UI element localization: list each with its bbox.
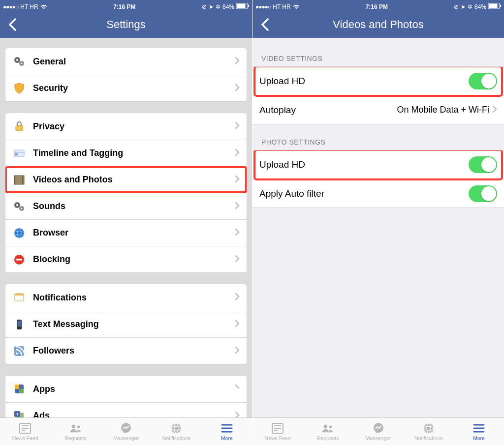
svg-rect-10 — [15, 153, 18, 155]
svg-point-4 — [16, 59, 18, 61]
svg-rect-58 — [500, 5, 501, 7]
svg-point-64 — [329, 425, 332, 428]
svg-rect-17 — [15, 182, 16, 183]
gears-icon — [12, 200, 26, 213]
svg-rect-7 — [16, 125, 23, 131]
row-label: General — [33, 57, 235, 67]
chevron-left-icon — [261, 18, 269, 31]
svg-rect-39 — [19, 389, 24, 393]
tab-bar: News Feed Requests Messenger Notificatio… — [252, 417, 504, 445]
back-button[interactable] — [258, 18, 271, 31]
photo-settings-group: Upload HD Apply Auto filter — [252, 150, 504, 208]
newsfeed-icon — [19, 422, 32, 434]
settings-row-general[interactable]: General — [5, 48, 247, 75]
tab-newsfeed[interactable]: News Feed — [252, 418, 303, 445]
chevron-right-icon — [235, 346, 240, 356]
svg-rect-16 — [15, 180, 16, 181]
row-label: Videos and Photos — [33, 175, 235, 185]
settings-row-ads[interactable]: f Ads — [5, 402, 247, 417]
settings-row-notifications[interactable]: Notifications — [5, 284, 247, 311]
svg-point-66 — [424, 423, 434, 433]
settings-row-videos-photos[interactable]: Videos and Photos — [5, 166, 247, 193]
ads-icon: f — [12, 409, 26, 418]
row-label: Upload HD — [259, 76, 469, 87]
settings-row-security[interactable]: Security — [5, 75, 247, 101]
tab-newsfeed[interactable]: News Feed — [0, 418, 50, 445]
tab-messenger[interactable]: Messenger — [353, 418, 403, 445]
svg-point-26 — [14, 228, 24, 238]
svg-rect-32 — [15, 294, 24, 296]
settings-row-apps[interactable]: Apps — [5, 376, 247, 402]
row-label: Upload HD — [259, 159, 469, 170]
row-label: Ads — [33, 411, 235, 417]
row-label: Browser — [33, 228, 235, 238]
autoplay-value: On Mobile Data + Wi-Fi — [397, 105, 489, 115]
signal-dots-icon: ●●●●○ — [3, 3, 18, 10]
gears-icon — [12, 55, 26, 68]
tab-messenger[interactable]: Messenger — [101, 418, 151, 445]
toggle-video-upload-hd[interactable] — [469, 73, 497, 89]
battery-icon — [488, 3, 501, 10]
newsfeed-icon — [271, 422, 284, 434]
statusbar: ●●●●○ HT HR 7:16 PM ⊘ ➤ ✲ 84% — [252, 0, 504, 11]
tab-label: News Feed — [265, 435, 291, 441]
nav-header: Settings — [0, 11, 252, 38]
section-header-video: VIDEO SETTINGS — [252, 38, 504, 66]
svg-rect-15 — [15, 178, 16, 179]
bluetooth-icon: ✲ — [468, 3, 472, 10]
svg-point-50 — [171, 423, 181, 433]
settings-list[interactable]: General Security Privacy Timeline and Ta… — [0, 38, 252, 417]
row-label: Text Messaging — [33, 319, 235, 329]
note-icon — [12, 291, 26, 304]
tab-requests[interactable]: Requests — [50, 418, 100, 445]
tab-more[interactable]: More — [202, 418, 252, 445]
toggle-photo-upload-hd[interactable] — [469, 156, 497, 173]
svg-rect-2 — [248, 5, 249, 7]
settings-row-privacy[interactable]: Privacy — [5, 113, 247, 140]
row-label: Followers — [33, 346, 235, 356]
tab-label: More — [473, 435, 485, 441]
settings-row-sounds[interactable]: Sounds — [5, 193, 247, 219]
svg-rect-1 — [237, 4, 246, 8]
svg-rect-30 — [16, 259, 22, 260]
back-button[interactable] — [6, 18, 19, 31]
settings-group: Notifications Text Messaging Followers — [5, 284, 247, 364]
tab-notifications[interactable]: Notifications — [404, 418, 454, 445]
settings-row-timeline[interactable]: Timeline and Tagging — [5, 140, 247, 166]
messenger-icon — [372, 422, 385, 434]
tab-label: Requests — [317, 435, 339, 441]
row-label: Privacy — [33, 121, 235, 132]
svg-point-23 — [16, 204, 18, 206]
right-screenshot: ●●●●○ HT HR 7:16 PM ⊘ ➤ ✲ 84% Videos and… — [252, 0, 504, 445]
row-video-upload-hd[interactable]: Upload HD — [252, 67, 504, 95]
settings-group: General Security — [5, 48, 247, 102]
settings-row-text-messaging[interactable]: Text Messaging — [5, 311, 247, 337]
bluetooth-icon: ✲ — [216, 3, 220, 10]
chevron-right-icon — [235, 84, 240, 93]
row-autoplay[interactable]: Autoplay On Mobile Data + Wi-Fi — [252, 95, 504, 124]
hamburger-icon — [220, 422, 233, 434]
clock: 7:16 PM — [47, 3, 202, 10]
chevron-right-icon — [235, 175, 240, 185]
svg-point-25 — [21, 208, 22, 209]
tab-notifications[interactable]: Notifications — [151, 418, 201, 445]
rotation-lock-icon: ⊘ — [202, 3, 207, 10]
video-settings-group: Upload HD Autoplay On Mobile Data + Wi-F… — [252, 66, 504, 124]
row-auto-filter[interactable]: Apply Auto filter — [252, 179, 504, 208]
toggle-auto-filter[interactable] — [469, 185, 497, 202]
tab-more[interactable]: More — [454, 418, 504, 445]
tab-bar: News Feed Requests Messenger Notificatio… — [0, 417, 252, 445]
tab-requests[interactable]: Requests — [303, 418, 353, 445]
videos-photos-settings[interactable]: VIDEO SETTINGS Upload HD Autoplay On Mob… — [252, 38, 504, 417]
settings-row-blocking[interactable]: Blocking — [5, 246, 247, 272]
chevron-right-icon — [235, 57, 240, 66]
chevron-right-icon — [235, 411, 240, 418]
settings-row-browser[interactable]: Browser — [5, 219, 247, 246]
row-photo-upload-hd[interactable]: Upload HD — [252, 150, 504, 179]
svg-text:f: f — [17, 412, 18, 416]
rss-icon — [12, 344, 26, 358]
settings-row-followers[interactable]: Followers — [5, 337, 247, 364]
chevron-right-icon — [235, 293, 240, 302]
page-title: Settings — [106, 18, 146, 31]
chevron-right-icon — [235, 121, 240, 131]
